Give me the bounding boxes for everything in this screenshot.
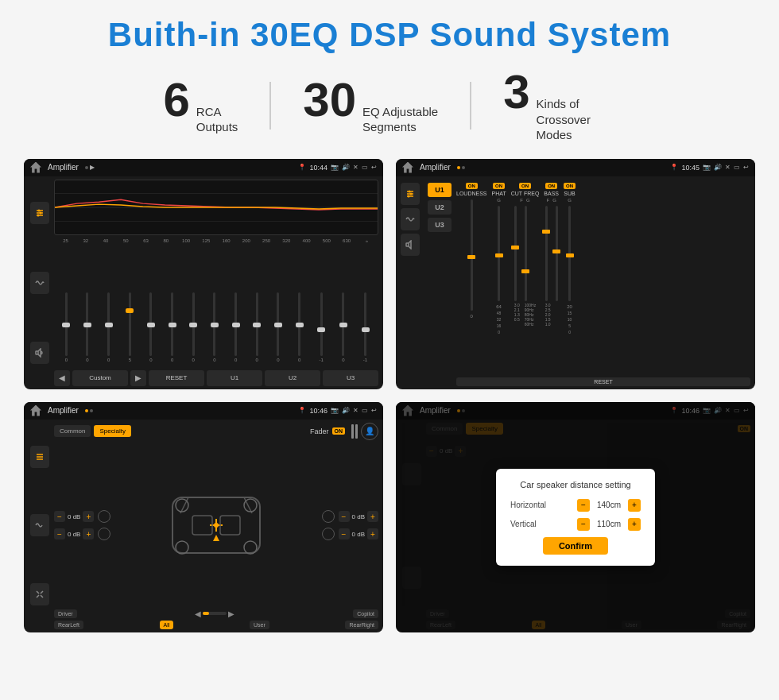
freq-label-500: 500 <box>316 238 336 243</box>
settings-btn[interactable]: 👤 <box>361 423 378 440</box>
status-left-fader: Amplifier <box>30 405 93 416</box>
loudness-track[interactable] <box>471 199 473 311</box>
slider-track-15[interactable] <box>364 292 366 356</box>
eq-custom-btn[interactable]: Custom <box>72 370 128 386</box>
home-icon[interactable] <box>30 162 41 173</box>
eq-left-panel <box>29 180 51 386</box>
driver-btn[interactable]: Driver <box>54 609 77 618</box>
bass-on-btn[interactable]: ON <box>545 183 557 189</box>
eq-prev-btn[interactable]: ◀ <box>54 370 70 386</box>
eq-wave-btn[interactable] <box>30 272 49 294</box>
vol-minus-1[interactable]: − <box>54 511 65 522</box>
stat-crossover-number: 3 <box>503 68 529 116</box>
slider-track-2[interactable] <box>86 292 88 356</box>
bass-track-g[interactable] <box>556 206 558 301</box>
eq-speaker-btn[interactable] <box>30 342 49 364</box>
common-mode-btn[interactable]: Common <box>54 425 91 437</box>
copilot-btn[interactable]: Copilot <box>353 609 378 618</box>
slider-col-2: 0 <box>86 288 88 367</box>
vol-plus-3[interactable]: + <box>367 511 378 522</box>
slider-track-9[interactable] <box>234 292 237 356</box>
vol-plus-4[interactable]: + <box>367 528 378 540</box>
u1-button[interactable]: U1 <box>428 183 452 197</box>
slider-track-6[interactable] <box>171 292 173 356</box>
vertical-plus-btn[interactable]: + <box>628 518 641 531</box>
freq-label-200: 200 <box>236 238 256 243</box>
bass-track-f[interactable] <box>545 206 548 301</box>
rear-right-btn[interactable]: RearRight <box>345 621 378 629</box>
specialty-mode-btn[interactable]: Specialty <box>94 425 130 437</box>
slider-track-1[interactable] <box>65 292 68 356</box>
bass-f4: 1.5 <box>545 317 551 322</box>
cf-freq1: 100Hz <box>525 303 536 307</box>
cf-f2: 2.1 <box>514 307 520 312</box>
horizontal-minus-btn[interactable]: − <box>577 499 590 512</box>
svg-rect-16 <box>406 243 409 246</box>
fader-wave-btn[interactable] <box>30 514 49 536</box>
slider-track-13[interactable] <box>320 292 323 356</box>
sub-track[interactable] <box>568 206 571 301</box>
slider-track-14[interactable] <box>342 292 344 356</box>
cx-main-area: ON LOUDNESS 0 ON PHAT G <box>456 180 750 386</box>
svg-marker-30 <box>213 535 219 541</box>
cx-reset-btn[interactable]: RESET <box>456 377 750 386</box>
slider-track-4[interactable] <box>129 292 131 356</box>
cx-filter-btn[interactable] <box>401 183 420 205</box>
eq-u3-btn[interactable]: U3 <box>323 370 378 386</box>
sub-on-btn[interactable]: ON <box>564 183 576 189</box>
vertical-minus-btn[interactable]: − <box>577 518 590 531</box>
x-icon-eq: ✕ <box>353 164 358 171</box>
slider-track-7[interactable] <box>192 292 195 356</box>
cutfreq-on-btn[interactable]: ON <box>519 183 531 189</box>
cx-speaker-btn[interactable] <box>401 234 420 256</box>
eq-graph <box>54 180 378 235</box>
svg-rect-29 <box>220 516 240 535</box>
eq-u2-btn[interactable]: U2 <box>265 370 320 386</box>
slider-track-5[interactable] <box>149 292 152 356</box>
all-btn[interactable]: All <box>160 621 174 629</box>
phat-on-btn[interactable]: ON <box>493 183 505 189</box>
home-icon-fader[interactable] <box>30 405 41 416</box>
left-vol-controls: − 0 dB + − 0 dB + <box>54 510 110 540</box>
eq-play-btn[interactable]: ▶ <box>130 370 146 386</box>
slider-val-7: 0 <box>192 358 195 362</box>
slider-track-12[interactable] <box>298 292 300 356</box>
eq-u1-btn[interactable]: U1 <box>207 370 262 386</box>
freq-label-40: 40 <box>96 238 116 243</box>
vol-minus-4[interactable]: − <box>339 528 350 540</box>
vol-plus-2[interactable]: + <box>83 528 94 540</box>
cutfreq-track-f[interactable] <box>514 206 517 301</box>
user-btn[interactable]: User <box>250 621 269 629</box>
dialog-vertical-row: Vertical − 110cm + <box>510 518 641 531</box>
vol-minus-2[interactable]: − <box>54 528 65 540</box>
dialog-horizontal-row: Horizontal − 140cm + <box>510 499 641 512</box>
cutfreq-track-g[interactable] <box>525 206 527 301</box>
sub-freq4: 0 <box>568 330 571 335</box>
home-icon-cx[interactable] <box>402 162 413 173</box>
vol-row-3: − 0 dB + <box>322 510 378 523</box>
u3-button[interactable]: U3 <box>428 218 452 232</box>
rect-icon-eq: ▭ <box>362 164 368 171</box>
loudness-on-btn[interactable]: ON <box>466 183 478 189</box>
eq-filter-btn[interactable] <box>30 202 49 224</box>
vol-icon-eq: 🔊 <box>342 164 350 171</box>
fader-filter-btn[interactable] <box>30 446 49 468</box>
vol-plus-1[interactable]: + <box>83 511 94 522</box>
phat-track[interactable] <box>498 206 500 301</box>
slider-track-10[interactable] <box>256 292 258 356</box>
rear-left-btn[interactable]: RearLeft <box>54 621 83 629</box>
fader-expand-btn[interactable] <box>30 583 49 605</box>
stat-eq-label: EQ AdjustableSegments <box>362 104 438 135</box>
slider-track-8[interactable] <box>213 292 215 356</box>
slider-track-3[interactable] <box>107 292 110 356</box>
stats-row: 6 RCAOutputs 30 EQ AdjustableSegments 3 … <box>24 68 755 143</box>
slider-track-11[interactable] <box>277 292 279 356</box>
vol-minus-3[interactable]: − <box>339 511 350 522</box>
eq-reset-btn[interactable]: RESET <box>149 370 204 386</box>
horizontal-plus-btn[interactable]: + <box>628 499 641 512</box>
u2-button[interactable]: U2 <box>428 200 452 215</box>
cx-wave-btn[interactable] <box>401 208 420 230</box>
slider-col-7: 0 <box>192 288 195 367</box>
confirm-button[interactable]: Confirm <box>543 537 608 555</box>
status-dots-fader <box>85 409 93 412</box>
